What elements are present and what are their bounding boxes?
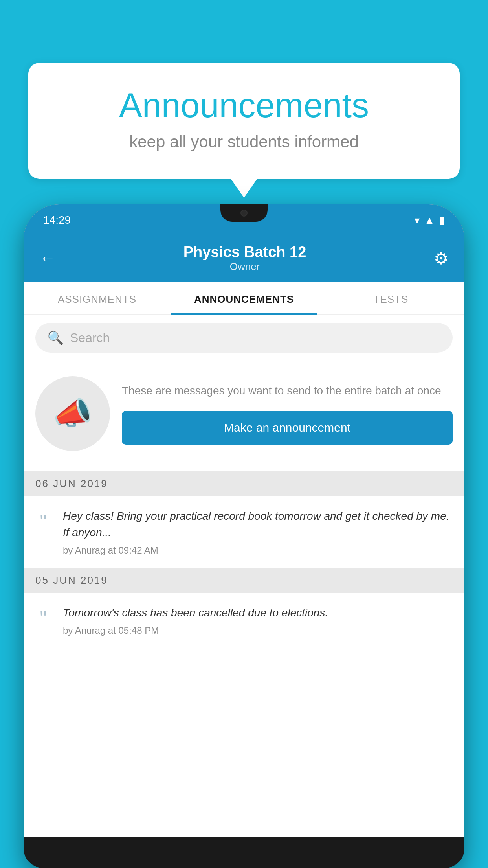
speech-bubble-container: Announcements keep all your students inf… — [28, 63, 460, 179]
status-icons: ▾ ▲ ▮ — [415, 214, 445, 226]
announcement-text-2: Tomorrow's class has been cancelled due … — [63, 605, 453, 636]
announcement-text-1: Hey class! Bring your practical record b… — [63, 508, 453, 556]
header-subtitle: Owner — [183, 261, 306, 273]
megaphone-icon: 📣 — [53, 395, 92, 432]
prompt-right: These are messages you want to send to t… — [122, 383, 453, 445]
announcement-item-2[interactable]: " Tomorrow's class has been cancelled du… — [24, 593, 464, 648]
search-placeholder: Search — [70, 331, 110, 345]
content-area: 🔍 Search 📣 These are messages you want t… — [24, 315, 464, 837]
announcement-message-2: Tomorrow's class has been cancelled due … — [63, 605, 453, 621]
status-bar: 14:29 ▾ ▲ ▮ — [24, 204, 464, 236]
quote-icon-1: " — [31, 508, 55, 531]
header-title: Physics Batch 12 — [183, 244, 306, 261]
inner-screen: 14:29 ▾ ▲ ▮ ← Physics Batch 12 Owner ⚙ A… — [24, 204, 464, 837]
announcement-author-1: by Anurag at 09:42 AM — [63, 545, 453, 556]
signal-icon: ▲ — [424, 214, 435, 226]
app-header: ← Physics Batch 12 Owner ⚙ — [24, 236, 464, 282]
header-center: Physics Batch 12 Owner — [183, 244, 306, 273]
gear-icon[interactable]: ⚙ — [434, 249, 449, 268]
make-announcement-button[interactable]: Make an announcement — [122, 411, 453, 445]
tab-announcements[interactable]: ANNOUNCEMENTS — [171, 282, 317, 314]
tab-tests[interactable]: TESTS — [317, 282, 464, 314]
bubble-subtitle: keep all your students informed — [60, 132, 428, 151]
date-divider-1: 06 JUN 2019 — [24, 471, 464, 496]
megaphone-circle: 📣 — [35, 376, 110, 451]
search-icon: 🔍 — [47, 330, 64, 346]
phone-frame: 14:29 ▾ ▲ ▮ ← Physics Batch 12 Owner ⚙ A… — [24, 204, 464, 868]
wifi-icon: ▾ — [415, 214, 420, 226]
announcement-author-2: by Anurag at 05:48 PM — [63, 625, 453, 636]
announcement-item-1[interactable]: " Hey class! Bring your practical record… — [24, 496, 464, 568]
search-container: 🔍 Search — [24, 315, 464, 360]
date-label-2: 05 JUN 2019 — [35, 574, 108, 587]
tab-assignments[interactable]: ASSIGNMENTS — [24, 282, 171, 314]
battery-icon: ▮ — [439, 214, 445, 226]
notch — [220, 204, 268, 222]
announcement-message-1: Hey class! Bring your practical record b… — [63, 508, 453, 541]
status-time: 14:29 — [43, 214, 71, 226]
back-button[interactable]: ← — [39, 249, 56, 268]
date-divider-2: 05 JUN 2019 — [24, 568, 464, 593]
announcement-prompt: 📣 These are messages you want to send to… — [24, 360, 464, 467]
prompt-text: These are messages you want to send to t… — [122, 383, 453, 399]
speech-bubble: Announcements keep all your students inf… — [28, 63, 460, 179]
tabs-bar: ASSIGNMENTS ANNOUNCEMENTS TESTS — [24, 282, 464, 315]
date-label-1: 06 JUN 2019 — [35, 478, 108, 490]
quote-icon-2: " — [31, 605, 55, 628]
search-bar[interactable]: 🔍 Search — [35, 323, 453, 353]
camera-dot — [240, 210, 248, 217]
bubble-title: Announcements — [60, 86, 428, 125]
